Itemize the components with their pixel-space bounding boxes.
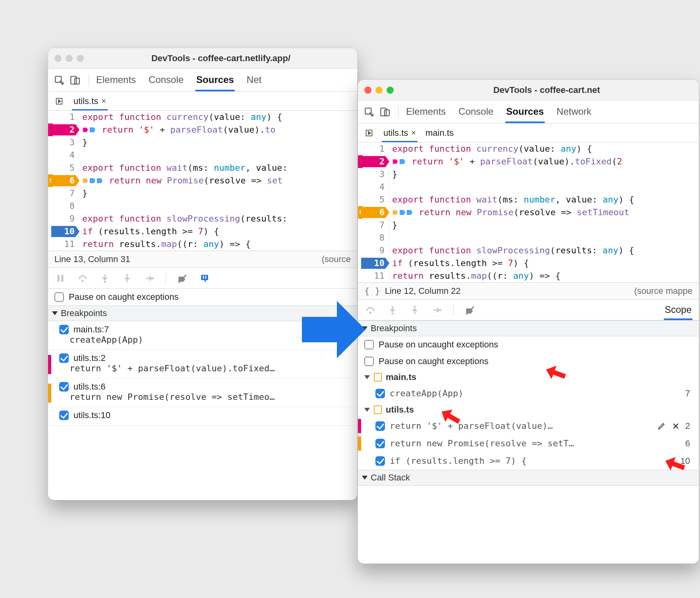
file-tab-main[interactable]: main.ts: [424, 124, 455, 142]
breakpoint-file: utils.ts:6: [73, 382, 106, 392]
tab-scope[interactable]: Scope: [664, 300, 692, 320]
file-icon: [374, 405, 382, 414]
breakpoint-checkbox[interactable]: [59, 411, 69, 420]
tab-network[interactable]: Net: [246, 69, 262, 91]
file-tab-utils[interactable]: utils.ts ×: [72, 92, 108, 110]
file-tab-label: utils.ts: [73, 96, 98, 106]
code-editor[interactable]: ? 1234567891011 export function currency…: [48, 111, 357, 251]
navigator-toggle-icon[interactable]: [53, 95, 66, 108]
deactivate-breakpoints-icon[interactable]: [176, 272, 188, 284]
pause-on-exceptions-icon[interactable]: [199, 272, 211, 284]
annotation-arrow: [298, 298, 369, 361]
tab-elements[interactable]: Elements: [95, 69, 137, 91]
pause-uncaught-row: Pause on uncaught exceptions: [358, 336, 699, 353]
devtools-tabs: Elements Console Sources Network: [358, 100, 699, 123]
debugger-toolbar: Scope: [358, 300, 699, 320]
window-titlebar: DevTools - coffee-cart.netlify.app/: [48, 48, 357, 69]
breakpoints-header[interactable]: Breakpoints: [358, 320, 699, 336]
breakpoint-groups: main.ts createApp(App) 7utils.ts return …: [358, 370, 699, 470]
breakpoint-line-number: 7: [685, 388, 692, 399]
deactivate-breakpoints-icon[interactable]: [464, 304, 476, 316]
cursor-position: Line 13, Column 31: [54, 254, 130, 264]
device-toggle-icon[interactable]: [378, 105, 392, 119]
breakpoint-checkbox[interactable]: [375, 456, 385, 466]
file-tab-strip: utils.ts ×: [48, 92, 357, 111]
close-icon[interactable]: ×: [411, 128, 416, 137]
source-mapped-label: (source: [322, 254, 351, 264]
svg-rect-15: [385, 110, 389, 116]
svg-point-19: [414, 305, 416, 307]
svg-point-18: [391, 312, 393, 314]
step-out-icon[interactable]: [409, 304, 421, 316]
svg-point-7: [104, 280, 106, 282]
breakpoint-checkbox[interactable]: [375, 389, 385, 398]
traffic-lights[interactable]: [364, 87, 394, 94]
breakpoint-row[interactable]: if (results.length >= 7) { 10: [358, 452, 699, 470]
breakpoint-group-file: main.ts: [386, 372, 416, 382]
edit-icon[interactable]: [657, 421, 666, 431]
navigator-toggle-icon[interactable]: [363, 127, 375, 139]
pause-caught-checkbox[interactable]: [54, 292, 64, 302]
svg-rect-11: [203, 276, 204, 279]
pause-caught-label: Pause on caught exceptions: [379, 356, 488, 367]
step-out-icon[interactable]: [121, 272, 133, 284]
source-mapped-label: (source mappe: [634, 286, 692, 296]
breakpoint-checkbox[interactable]: [375, 421, 385, 431]
tab-sources[interactable]: Sources: [505, 100, 545, 123]
breakpoint-checkbox[interactable]: [59, 353, 69, 363]
breakpoint-entry[interactable]: utils.ts:6return new Promise(resolve => …: [48, 378, 357, 407]
breakpoint-checkbox[interactable]: [59, 382, 69, 392]
breakpoint-checkbox[interactable]: [59, 325, 69, 334]
pause-icon[interactable]: [54, 272, 66, 284]
breakpoint-code: createApp(App): [390, 387, 681, 400]
breakpoint-entry[interactable]: utils.ts:10: [48, 407, 357, 426]
svg-rect-12: [205, 276, 207, 279]
device-toggle-icon[interactable]: [68, 73, 82, 87]
svg-point-17: [369, 311, 371, 313]
cursor-position: Line 12, Column 22: [385, 286, 461, 296]
panel-tabs: Elements Console Sources Net: [95, 69, 262, 91]
tab-console[interactable]: Console: [148, 69, 184, 91]
tab-network[interactable]: Network: [556, 100, 592, 123]
breakpoint-row[interactable]: return new Promise(resolve => setT… 6: [358, 435, 699, 452]
tab-elements[interactable]: Elements: [405, 100, 447, 123]
annotation-red-arrow: [663, 453, 687, 476]
callstack-header[interactable]: Call Stack: [358, 470, 699, 486]
step-into-icon[interactable]: [99, 272, 111, 284]
tab-sources[interactable]: Sources: [195, 69, 235, 91]
breakpoint-group-header[interactable]: utils.ts: [358, 402, 699, 417]
step-icon[interactable]: [143, 272, 155, 284]
svg-point-6: [81, 280, 83, 282]
file-tab-label: main.ts: [425, 128, 454, 138]
traffic-lights[interactable]: [54, 55, 84, 62]
tab-console[interactable]: Console: [458, 100, 494, 123]
step-icon[interactable]: [431, 304, 443, 316]
window-title: DevTools - coffee-cart.netlify.app/: [91, 53, 351, 64]
code-editor[interactable]: ? 1234567891011 export function currency…: [358, 143, 699, 282]
inspect-icon[interactable]: [52, 73, 66, 87]
editor-status-bar: { }Line 12, Column 22 (source mappe: [358, 282, 699, 300]
breakpoint-file: main.ts:7: [73, 324, 109, 335]
annotation-red-arrow: [544, 361, 568, 385]
svg-point-9: [152, 277, 154, 279]
breakpoint-code: if (results.length >= 7) {: [390, 455, 676, 467]
pause-uncaught-label: Pause on uncaught exceptions: [379, 340, 498, 350]
breakpoint-row[interactable]: return '$' + parseFloat(value)… 2: [358, 417, 699, 435]
annotation-red-arrow: [439, 405, 463, 429]
breakpoint-file: utils.ts:10: [73, 410, 110, 421]
step-over-icon[interactable]: [77, 272, 89, 284]
svg-point-20: [439, 309, 441, 311]
pretty-print-icon[interactable]: { }: [364, 286, 380, 296]
breakpoint-checkbox[interactable]: [375, 439, 385, 448]
breakpoint-code: return '$' + parseFloat(value).toFixed…: [54, 363, 351, 373]
breakpoint-group-header[interactable]: main.ts: [358, 370, 699, 385]
inspect-icon[interactable]: [362, 105, 376, 119]
step-into-icon[interactable]: [387, 304, 398, 316]
breakpoint-code: return new Promise(resolve => setT…: [390, 437, 681, 450]
file-icon: [374, 373, 382, 382]
close-icon[interactable]: ×: [101, 96, 106, 106]
file-tab-utils[interactable]: utils.ts ×: [382, 124, 418, 142]
breakpoint-row[interactable]: createApp(App) 7: [358, 385, 699, 402]
editor-status-bar: Line 13, Column 31 (source: [48, 251, 357, 268]
remove-icon[interactable]: [671, 421, 681, 431]
